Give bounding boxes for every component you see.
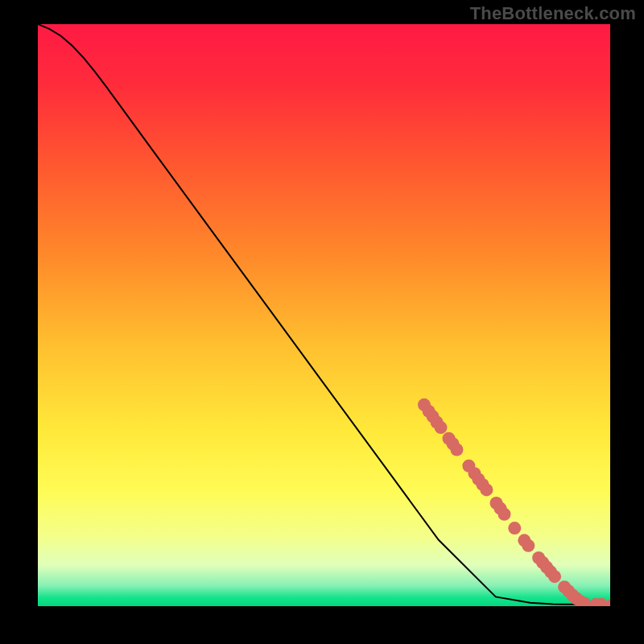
scatter-point xyxy=(435,421,448,434)
watermark-text: TheBottleneck.com xyxy=(470,3,636,24)
scatter-point xyxy=(497,508,510,521)
scatter-point xyxy=(480,483,493,496)
scatter-point xyxy=(522,539,535,552)
chart-plot-area xyxy=(38,24,610,606)
chart-stage: TheBottleneck.com xyxy=(0,0,644,644)
scatter-point xyxy=(450,444,463,456)
scatter-point xyxy=(548,570,561,583)
chart-svg xyxy=(38,24,610,606)
scatter-point xyxy=(508,522,521,535)
